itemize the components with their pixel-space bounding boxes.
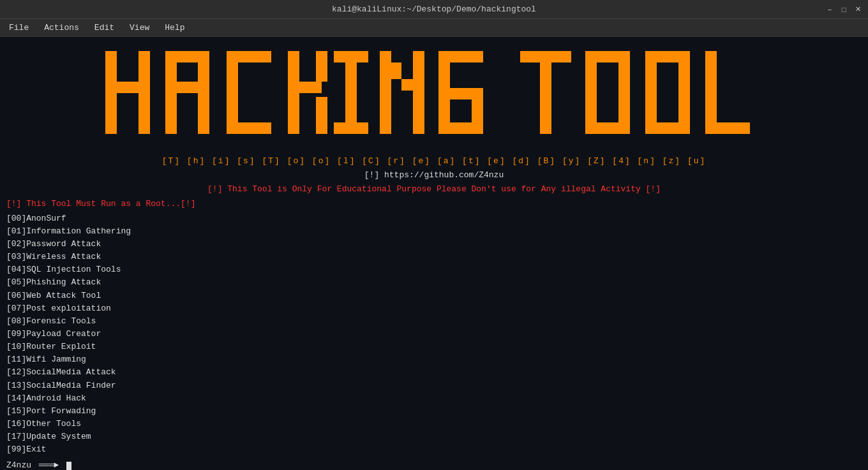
banner-container: .bt { font-family: 'Courier New', monosp… <box>6 45 862 153</box>
svg-rect-29 <box>585 51 597 134</box>
svg-rect-37 <box>705 51 717 134</box>
svg-rect-10 <box>288 51 299 134</box>
svg-rect-32 <box>585 122 630 134</box>
svg-rect-33 <box>645 51 657 134</box>
svg-rect-22 <box>438 51 450 134</box>
svg-rect-20 <box>390 62 401 79</box>
subtitle-line: [T] [h] [i] [s] [T] [o] [o] [l] [C] [r] … <box>6 156 862 167</box>
menu-list-item: [02]Password Attack <box>6 238 862 251</box>
menu-list-item: [09]Payload Creator <box>6 328 862 341</box>
menu-list-item: [99]Exit <box>6 443 862 456</box>
menu-list-item: [12]SocialMedia Attack <box>6 366 862 379</box>
svg-rect-17 <box>380 51 391 134</box>
prompt-arrow: ═══► <box>34 460 64 470</box>
terminal[interactable]: .bt { font-family: 'Courier New', monosp… <box>0 37 868 470</box>
menu-list-item: [06]Web Attack Tool <box>6 290 862 302</box>
title-bar: kali@kaliLinux:~/Desktop/Demo/hackingtoo… <box>0 0 868 19</box>
svg-rect-8 <box>227 51 271 62</box>
svg-rect-5 <box>165 51 209 62</box>
menu-actions[interactable]: Actions <box>38 21 86 34</box>
svg-rect-9 <box>227 122 271 134</box>
menu-list-item: [17]Update System <box>6 430 862 443</box>
svg-rect-16 <box>334 122 368 134</box>
menu-list-item: [10]Router Exploit <box>6 341 862 353</box>
svg-rect-14 <box>345 51 357 134</box>
menu-list-item: [08]Forensic Tools <box>6 315 862 328</box>
menu-list-item: [01]Information Gathering <box>6 225 862 238</box>
menu-list-item: [13]SocialMedia Finder <box>6 379 862 392</box>
svg-rect-11 <box>299 82 322 93</box>
svg-rect-30 <box>618 51 630 134</box>
svg-rect-6 <box>165 82 209 93</box>
svg-rect-23 <box>438 51 483 62</box>
svg-rect-31 <box>585 51 630 62</box>
svg-rect-26 <box>450 88 483 99</box>
menu-edit[interactable]: Edit <box>88 21 121 34</box>
close-button[interactable]: ✕ <box>853 4 863 15</box>
svg-rect-19 <box>380 51 391 62</box>
svg-rect-13 <box>316 97 327 134</box>
svg-rect-35 <box>645 51 690 62</box>
cursor <box>66 462 71 470</box>
menu-list: [00]AnonSurf[01]Information Gathering[02… <box>6 212 862 457</box>
svg-rect-2 <box>105 82 150 93</box>
svg-rect-7 <box>227 51 238 134</box>
menu-list-item: [05]Phishing Attack <box>6 276 862 289</box>
svg-rect-28 <box>540 51 551 134</box>
menu-list-item: [16]Other Tools <box>6 418 862 430</box>
svg-rect-24 <box>438 122 483 134</box>
warning-line: [!] This Tool is Only For Educational Pu… <box>6 184 862 195</box>
menu-list-item: [14]Android Hack <box>6 392 862 405</box>
menu-bar: File Actions Edit View Help <box>0 19 868 37</box>
minimize-button[interactable]: − <box>825 4 835 15</box>
menu-list-item: [07]Post exploitation <box>6 302 862 315</box>
hacking-tool-svg: .bt { font-family: 'Courier New', monosp… <box>99 45 769 153</box>
svg-rect-21 <box>401 79 413 91</box>
prompt-line: Z4nzu ═══► <box>6 460 862 470</box>
svg-rect-34 <box>678 51 690 134</box>
window-title: kali@kaliLinux:~/Desktop/Demo/hackingtoo… <box>43 4 825 14</box>
github-line: [!] https://github.com/Z4nzu <box>6 170 862 181</box>
window-controls[interactable]: − □ ✕ <box>825 4 863 15</box>
svg-rect-12 <box>316 51 327 82</box>
menu-list-item: [11]Wifi Jamming <box>6 353 862 366</box>
menu-list-item: [03]Wireless Attack <box>6 251 862 263</box>
maximize-button[interactable]: □ <box>839 4 849 15</box>
prompt-username: Z4nzu <box>6 460 31 470</box>
svg-rect-18 <box>413 51 424 134</box>
menu-view[interactable]: View <box>123 21 156 34</box>
menu-help[interactable]: Help <box>158 21 191 34</box>
menu-file[interactable]: File <box>3 21 35 34</box>
svg-rect-15 <box>334 51 368 62</box>
svg-rect-38 <box>705 122 750 134</box>
menu-list-item: [15]Port Forwading <box>6 405 862 418</box>
root-warning: [!] This Tool Must Run as a Root...[!] <box>6 198 862 210</box>
svg-rect-36 <box>645 122 690 134</box>
menu-list-item: [00]AnonSurf <box>6 212 862 225</box>
menu-list-item: [04]SQL Injection Tools <box>6 263 862 276</box>
